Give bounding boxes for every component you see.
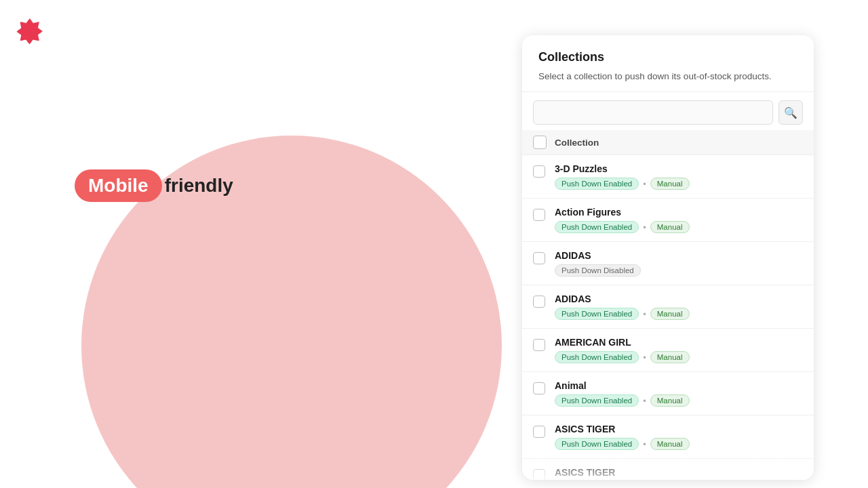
item-checkbox[interactable] xyxy=(533,165,545,178)
item-checkbox[interactable] xyxy=(533,252,545,264)
select-all-checkbox[interactable] xyxy=(533,136,547,149)
collection-item[interactable]: ADIDASPush Down Enabled•Manual xyxy=(522,285,814,329)
table-header: Collection xyxy=(522,130,814,155)
item-tags: Push Down Enabled•Manual xyxy=(555,394,690,407)
status-tag: Push Down Enabled xyxy=(555,308,639,320)
manual-tag: Manual xyxy=(650,351,690,363)
hero-friendly-label: friendly xyxy=(165,175,233,197)
manual-tag: Manual xyxy=(650,438,690,450)
collection-list: 3-D PuzzlesPush Down Enabled•ManualActio… xyxy=(522,155,814,480)
item-content: ADIDASPush Down Enabled•Manual xyxy=(555,293,690,320)
item-name: Animal xyxy=(555,380,690,391)
item-content: ASICS TIGERPush Down Enabled•Manual xyxy=(555,467,690,480)
search-input[interactable] xyxy=(533,100,773,125)
item-content: 3-D PuzzlesPush Down Enabled•Manual xyxy=(555,163,690,190)
item-name: ADIDAS xyxy=(555,293,690,304)
manual-tag: Manual xyxy=(650,308,690,320)
svg-marker-0 xyxy=(17,18,43,44)
dot-separator: • xyxy=(643,439,646,449)
item-name: 3-D Puzzles xyxy=(555,163,690,174)
manual-tag: Manual xyxy=(650,394,690,407)
item-content: ADIDASPush Down Disabled xyxy=(555,250,641,277)
item-checkbox[interactable] xyxy=(533,426,545,438)
item-content: AnimalPush Down Enabled•Manual xyxy=(555,380,690,407)
item-content: ASICS TIGERPush Down Enabled•Manual xyxy=(555,424,690,450)
collection-item[interactable]: 3-D PuzzlesPush Down Enabled•Manual xyxy=(522,155,814,199)
search-row: 🔍 xyxy=(522,92,814,130)
dot-separator: • xyxy=(643,179,646,189)
collection-item[interactable]: AMERICAN GIRLPush Down Enabled•Manual xyxy=(522,329,814,372)
item-name: Action Figures xyxy=(555,207,690,218)
item-name: ASICS TIGER xyxy=(555,424,690,434)
item-checkbox[interactable] xyxy=(533,469,545,480)
search-button[interactable]: 🔍 xyxy=(778,100,803,125)
manual-tag: Manual xyxy=(650,221,690,233)
item-tags: Push Down Enabled•Manual xyxy=(555,351,690,363)
item-tags: Push Down Enabled•Manual xyxy=(555,178,690,190)
item-name: AMERICAN GIRL xyxy=(555,337,690,348)
status-tag: Push Down Enabled xyxy=(555,351,639,363)
dot-separator: • xyxy=(643,396,646,406)
dot-separator: • xyxy=(643,309,646,319)
panel-title: Collections xyxy=(538,50,797,64)
column-header-collection: Collection xyxy=(555,138,599,148)
dot-separator: • xyxy=(643,352,646,363)
item-content: AMERICAN GIRLPush Down Enabled•Manual xyxy=(555,337,690,363)
item-tags: Push Down Disabled xyxy=(555,264,641,277)
collections-panel: Collections Select a collection to push … xyxy=(522,35,814,480)
item-tags: Push Down Enabled•Manual xyxy=(555,308,690,320)
search-icon: 🔍 xyxy=(784,106,797,119)
hero-section: Mobile friendly xyxy=(75,169,233,202)
status-tag: Push Down Enabled xyxy=(555,394,639,407)
panel-description: Select a collection to push down its out… xyxy=(538,70,797,83)
item-name: ADIDAS xyxy=(555,250,641,261)
item-name: ASICS TIGER xyxy=(555,467,690,478)
status-tag: Push Down Disabled xyxy=(555,264,641,277)
item-checkbox[interactable] xyxy=(533,382,545,394)
item-checkbox[interactable] xyxy=(533,209,545,221)
item-checkbox[interactable] xyxy=(533,339,545,351)
item-tags: Push Down Enabled•Manual xyxy=(555,221,690,233)
status-tag: Push Down Enabled xyxy=(555,221,639,233)
collection-item[interactable]: ASICS TIGERPush Down Enabled•Manual xyxy=(522,415,814,459)
panel-header: Collections Select a collection to push … xyxy=(522,35,814,92)
collection-item[interactable]: AnimalPush Down Enabled•Manual xyxy=(522,372,814,415)
item-tags: Push Down Enabled•Manual xyxy=(555,438,690,450)
dot-separator: • xyxy=(643,222,646,232)
status-tag: Push Down Enabled xyxy=(555,178,639,190)
collection-item[interactable]: ASICS TIGERPush Down Enabled•Manual xyxy=(522,459,814,480)
collection-item[interactable]: Action FiguresPush Down Enabled•Manual xyxy=(522,199,814,242)
manual-tag: Manual xyxy=(650,178,690,190)
hero-mobile-label: Mobile xyxy=(75,169,162,202)
item-checkbox[interactable] xyxy=(533,296,545,308)
logo xyxy=(15,15,45,47)
status-tag: Push Down Enabled xyxy=(555,438,639,450)
collection-item[interactable]: ADIDASPush Down Disabled xyxy=(522,242,814,285)
item-content: Action FiguresPush Down Enabled•Manual xyxy=(555,207,690,233)
